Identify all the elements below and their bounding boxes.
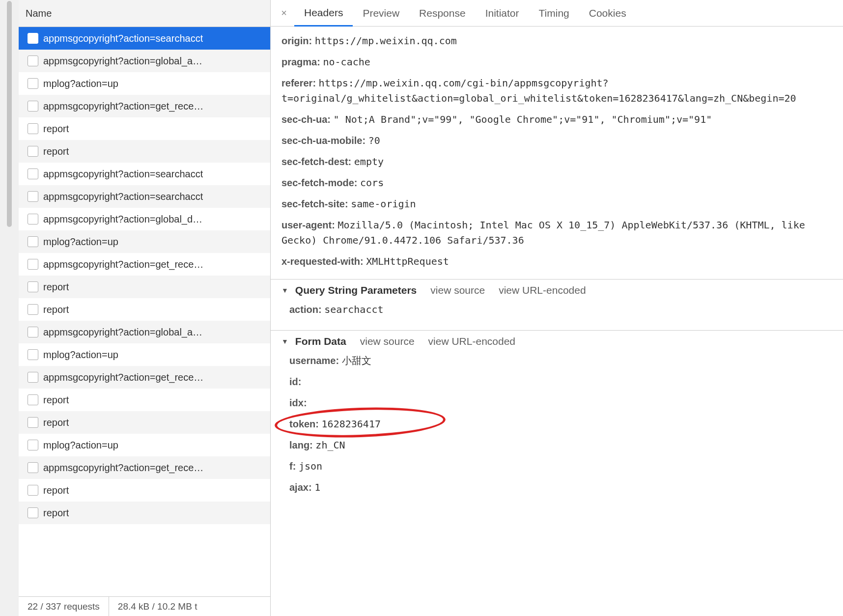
request-name: appmsgcopyright?action=global_a…: [43, 327, 202, 338]
header-value: XMLHttpRequest: [366, 255, 449, 267]
tab-headers[interactable]: Headers: [294, 0, 353, 27]
form-value: json: [299, 460, 322, 472]
request-row[interactable]: appmsgcopyright?action=searchacct: [19, 27, 270, 50]
form-key: idx:: [289, 397, 307, 408]
request-row[interactable]: appmsgcopyright?action=get_rece…: [19, 253, 270, 276]
request-row[interactable]: appmsgcopyright?action=get_rece…: [19, 456, 270, 479]
request-name: report: [43, 123, 69, 135]
header-value: Mozilla/5.0 (Macintosh; Intel Mac OS X 1…: [281, 219, 805, 246]
header-key: pragma:: [281, 56, 323, 67]
row-checkbox[interactable]: [28, 394, 38, 405]
view-source-link[interactable]: view source: [360, 336, 415, 347]
request-row[interactable]: appmsgcopyright?action=get_rece…: [19, 366, 270, 389]
request-row[interactable]: appmsgcopyright?action=searchacct: [19, 185, 270, 208]
row-checkbox[interactable]: [28, 214, 38, 224]
request-row[interactable]: report: [19, 411, 270, 434]
request-name: report: [43, 417, 69, 428]
header-value: empty: [354, 156, 384, 168]
row-checkbox[interactable]: [28, 33, 38, 44]
network-request-list-panel: Name appmsgcopyright?action=searchacctap…: [19, 0, 271, 616]
outer-vertical-scrollbar[interactable]: [0, 0, 19, 616]
row-checkbox[interactable]: [28, 417, 38, 428]
transfer-size: 28.4 kB / 10.2 MB t: [109, 597, 270, 616]
row-checkbox[interactable]: [28, 236, 38, 247]
request-name: appmsgcopyright?action=get_rece…: [43, 462, 203, 474]
tab-timing[interactable]: Timing: [529, 0, 579, 26]
request-row[interactable]: report: [19, 117, 270, 140]
request-name: report: [43, 507, 69, 519]
request-row[interactable]: report: [19, 502, 270, 524]
request-name: report: [43, 281, 69, 293]
request-name: appmsgcopyright?action=get_rece…: [43, 372, 203, 383]
header-entry: sec-ch-ua-mobile: ?0: [281, 130, 832, 151]
row-checkbox[interactable]: [28, 304, 38, 315]
request-name: mplog?action=up: [43, 440, 118, 451]
request-list: appmsgcopyright?action=searchacctappmsgc…: [19, 27, 270, 596]
tab-cookies[interactable]: Cookies: [579, 0, 636, 26]
row-checkbox[interactable]: [28, 507, 38, 518]
request-row[interactable]: appmsgcopyright?action=searchacct: [19, 163, 270, 185]
row-checkbox[interactable]: [28, 123, 38, 134]
header-value: https://mp.weixin.qq.com/cgi-bin/appmsgc…: [281, 77, 796, 104]
request-row[interactable]: mplog?action=up: [19, 72, 270, 95]
row-checkbox[interactable]: [28, 191, 38, 202]
tab-initiator[interactable]: Initiator: [476, 0, 529, 26]
request-row[interactable]: mplog?action=up: [19, 343, 270, 366]
header-entry: origin: https://mp.weixin.qq.com: [281, 30, 832, 52]
form-entry: username: 小甜文: [289, 350, 832, 371]
close-icon[interactable]: ×: [274, 7, 294, 19]
request-row[interactable]: appmsgcopyright?action=global_a…: [19, 50, 270, 72]
request-name: appmsgcopyright?action=searchacct: [43, 191, 203, 202]
request-name: report: [43, 394, 69, 406]
row-checkbox[interactable]: [28, 168, 38, 179]
query-string-section-head[interactable]: ▼ Query String Parameters view source vi…: [271, 280, 843, 299]
row-checkbox[interactable]: [28, 327, 38, 337]
tab-preview[interactable]: Preview: [353, 0, 409, 26]
view-url-encoded-link[interactable]: view URL-encoded: [499, 284, 586, 296]
form-entry: token: 1628236417: [289, 414, 832, 435]
column-header-name[interactable]: Name: [19, 0, 270, 27]
row-checkbox[interactable]: [28, 462, 38, 473]
header-value: no-cache: [323, 56, 370, 68]
param-key: action:: [289, 304, 324, 315]
request-row[interactable]: mplog?action=up: [19, 230, 270, 253]
form-data-section-head[interactable]: ▼ Form Data view source view URL-encoded: [271, 331, 843, 350]
scroll-thumb[interactable]: [7, 1, 12, 227]
row-checkbox[interactable]: [28, 78, 38, 89]
section-title-qsp: Query String Parameters: [295, 284, 417, 296]
view-url-encoded-link[interactable]: view URL-encoded: [428, 336, 515, 347]
row-checkbox[interactable]: [28, 372, 38, 383]
request-row[interactable]: report: [19, 276, 270, 298]
header-value: " Not;A Brand";v="99", "Google Chrome";v…: [334, 113, 712, 125]
row-checkbox[interactable]: [28, 485, 38, 496]
header-value: same-origin: [351, 198, 416, 210]
row-checkbox[interactable]: [28, 440, 38, 450]
form-entry: lang: zh_CN: [289, 435, 832, 456]
form-key: id:: [289, 376, 301, 387]
row-checkbox[interactable]: [28, 259, 38, 270]
request-name: appmsgcopyright?action=searchacct: [43, 168, 203, 180]
request-row[interactable]: report: [19, 479, 270, 502]
request-row[interactable]: mplog?action=up: [19, 434, 270, 456]
tab-response[interactable]: Response: [409, 0, 476, 26]
row-checkbox[interactable]: [28, 56, 38, 66]
row-checkbox[interactable]: [28, 349, 38, 360]
header-entry: sec-ch-ua: " Not;A Brand";v="99", "Googl…: [281, 109, 832, 130]
header-value: ?0: [368, 135, 380, 146]
form-value: 1: [314, 481, 320, 493]
request-row[interactable]: report: [19, 389, 270, 411]
request-row[interactable]: appmsgcopyright?action=global_d…: [19, 208, 270, 230]
view-source-link[interactable]: view source: [430, 284, 485, 296]
header-key: sec-fetch-site:: [281, 198, 351, 209]
request-row[interactable]: report: [19, 140, 270, 163]
header-key: referer:: [281, 78, 319, 88]
request-row[interactable]: report: [19, 298, 270, 321]
row-checkbox[interactable]: [28, 101, 38, 112]
header-key: sec-fetch-mode:: [281, 177, 360, 188]
form-key: lang:: [289, 440, 315, 450]
row-checkbox[interactable]: [28, 281, 38, 292]
request-row[interactable]: appmsgcopyright?action=get_rece…: [19, 95, 270, 117]
form-entry: idx:: [289, 392, 832, 414]
row-checkbox[interactable]: [28, 146, 38, 157]
request-row[interactable]: appmsgcopyright?action=global_a…: [19, 321, 270, 343]
